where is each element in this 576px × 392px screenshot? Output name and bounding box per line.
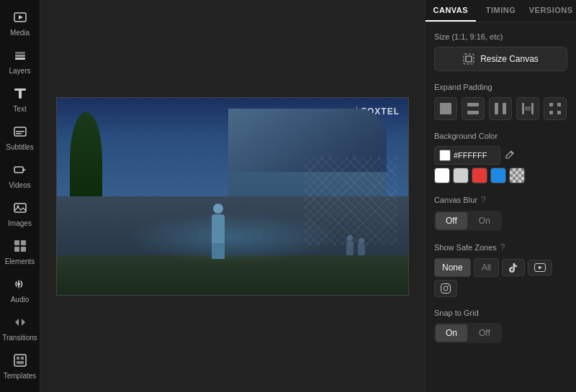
safe-all-button[interactable]: All (474, 258, 499, 277)
bg-color-row (434, 146, 567, 165)
svg-rect-6 (19, 88, 22, 99)
safe-zones-title-row: Show Safe Zones ? (434, 242, 567, 252)
sidebar-item-text[interactable]: Text (1, 82, 39, 117)
sidebar-item-elements[interactable]: Elements (1, 234, 39, 270)
sidebar-item-layers[interactable]: Layers (1, 44, 39, 79)
swatch-blue[interactable] (490, 168, 506, 183)
safe-none-button[interactable]: None (434, 258, 471, 277)
svg-marker-11 (23, 168, 26, 171)
svg-rect-19 (14, 355, 26, 366)
padding-option-3[interactable] (489, 97, 512, 120)
panel-tabs: CANVAS TIMING VERSIONS (426, 0, 576, 22)
sidebar-item-audio-label: Audio (11, 296, 30, 304)
color-input-group[interactable] (434, 146, 500, 165)
safe-zones-label: Show Safe Zones (434, 243, 497, 252)
sidebar-item-audio[interactable]: Audio (1, 273, 39, 308)
sidebar-item-templates-label: Templates (4, 372, 37, 380)
svg-point-45 (444, 286, 448, 291)
svg-rect-17 (21, 247, 26, 252)
text-icon (13, 86, 27, 103)
sidebar-item-subtitles-label: Subtitles (6, 143, 33, 151)
resize-icon (463, 53, 474, 65)
canvas-blur-title-row: Canvas Blur ? (434, 195, 567, 205)
svg-rect-33 (503, 103, 506, 114)
color-hex-input[interactable] (454, 151, 495, 160)
svg-point-46 (448, 286, 449, 287)
canvas-blur-help: ? (481, 195, 486, 205)
svg-rect-8 (16, 131, 24, 132)
sidebar-item-media[interactable]: Media (1, 6, 39, 41)
svg-rect-34 (522, 103, 524, 114)
media-icon (13, 10, 27, 27)
svg-rect-9 (16, 133, 22, 135)
snap-to-grid-toggle: On Off (434, 323, 502, 343)
sidebar-item-subtitles[interactable]: Subtitles (1, 120, 39, 155)
svg-rect-4 (15, 58, 25, 60)
tab-canvas[interactable]: CANVAS (426, 0, 476, 22)
sidebar-item-templates[interactable]: Templates (1, 349, 39, 384)
snap-on-button[interactable]: On (436, 324, 467, 342)
layers-icon (13, 48, 27, 65)
blur-on-button[interactable]: On (469, 212, 500, 229)
video-preview[interactable]: showcase FOXTEL (56, 97, 409, 296)
snap-off-button[interactable]: Off (469, 324, 500, 342)
svg-rect-3 (15, 55, 25, 57)
svg-rect-44 (441, 284, 451, 293)
sidebar-item-videos[interactable]: Videos (1, 158, 39, 193)
sidebar-item-elements-label: Elements (5, 257, 35, 265)
sidebar-item-plugins[interactable]: Plugins (1, 387, 39, 392)
resize-canvas-button[interactable]: Resize Canvas (434, 47, 567, 71)
svg-rect-29 (440, 103, 451, 114)
tab-timing[interactable]: TIMING (476, 0, 526, 22)
sidebar-item-images[interactable]: Images (1, 196, 39, 232)
padding-options (434, 97, 567, 120)
sidebar-item-images-label: Images (8, 219, 32, 227)
padding-option-1[interactable] (434, 97, 457, 120)
svg-rect-10 (14, 167, 23, 173)
padding-option-2[interactable] (462, 97, 485, 120)
padding-option-4[interactable] (516, 97, 539, 120)
snap-to-grid-section: Snap to Grid On Off (434, 309, 567, 343)
safe-zones-section: Show Safe Zones ? None All (434, 242, 567, 297)
svg-rect-14 (14, 240, 19, 245)
svg-rect-35 (531, 103, 534, 114)
svg-rect-16 (14, 247, 19, 252)
sidebar-item-videos-label: Videos (9, 181, 30, 189)
swatch-lightgray[interactable] (453, 168, 469, 183)
elements-icon (13, 239, 27, 255)
svg-rect-40 (557, 111, 561, 114)
swatch-transparent[interactable] (509, 168, 525, 183)
transitions-icon (13, 315, 27, 332)
instagram-button[interactable] (434, 280, 457, 297)
bg-color-label: Background Color (434, 132, 567, 140)
svg-rect-21 (21, 357, 24, 360)
svg-point-18 (17, 283, 20, 286)
sidebar-item-transitions-label: Transitions (2, 334, 37, 342)
audio-icon (13, 277, 27, 293)
expand-padding-section: Expand Padding (434, 83, 567, 120)
expand-padding-label: Expand Padding (434, 83, 567, 91)
size-label: Size (1:1, 9:16, etc) (434, 32, 567, 41)
swatch-red[interactable] (472, 168, 487, 183)
svg-rect-39 (549, 111, 553, 114)
eyedropper-button[interactable] (505, 150, 515, 162)
safe-zones-help: ? (500, 242, 505, 252)
canvas-blur-toggle: Off On (434, 211, 502, 231)
templates-icon (13, 353, 27, 370)
sidebar-item-transitions[interactable]: Transitions (1, 311, 39, 346)
tab-versions[interactable]: VERSIONS (526, 0, 576, 22)
blur-off-button[interactable]: Off (436, 212, 467, 229)
images-icon (13, 201, 27, 217)
canvas-size-section: Size (1:1, 9:16, etc) Resize Canvas (434, 32, 567, 71)
subtitles-icon (13, 124, 27, 141)
svg-rect-32 (495, 103, 498, 114)
svg-rect-28 (466, 56, 472, 62)
tiktok-button[interactable] (502, 259, 525, 276)
padding-option-5[interactable] (544, 97, 567, 120)
right-panel: CANVAS TIMING VERSIONS Size (1:1, 9:16, … (425, 0, 576, 392)
youtube-button[interactable] (528, 260, 552, 275)
swatch-white[interactable] (434, 168, 450, 183)
background-color-section: Background Color (434, 132, 567, 183)
svg-rect-15 (21, 240, 26, 245)
svg-rect-37 (549, 103, 553, 106)
